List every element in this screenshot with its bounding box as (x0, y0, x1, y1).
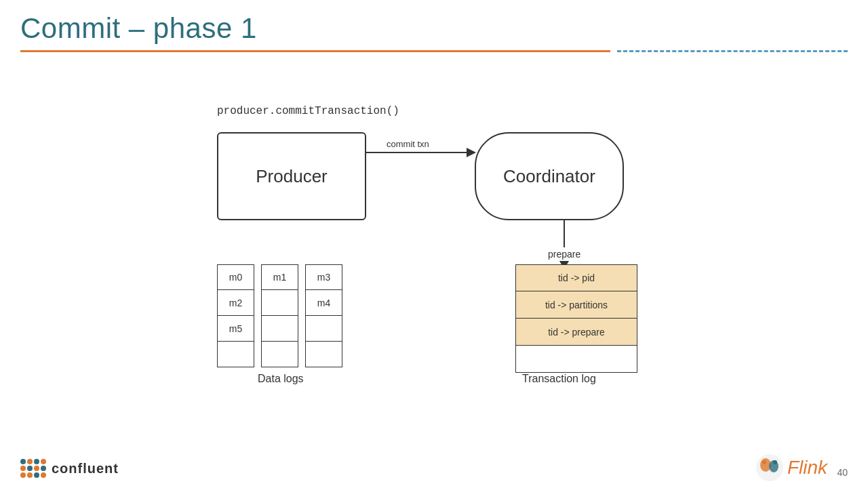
dot (20, 466, 26, 471)
log-cell: m0 (217, 264, 254, 290)
svg-text:commit txn: commit txn (387, 139, 429, 149)
log-cell (305, 342, 342, 367)
commit-label: producer.commitTransaction() (217, 105, 399, 117)
txn-cell-empty (515, 346, 637, 373)
confluent-dots-icon (20, 459, 46, 478)
producer-label: Producer (256, 166, 328, 187)
log-cell (261, 316, 298, 342)
dot (27, 459, 33, 464)
log-cell: m2 (217, 290, 254, 316)
txn-cell-partitions: tid -> partitions (515, 291, 637, 319)
svg-point-7 (773, 460, 777, 464)
txn-log-label: Transaction log (522, 373, 596, 385)
page-number: 40 (837, 467, 848, 478)
log-cell (261, 342, 298, 367)
log-column-3: m3 m4 (305, 264, 342, 367)
prepare-line-top (564, 220, 565, 247)
flink-text: Flink (787, 457, 827, 479)
log-cell: m1 (261, 264, 298, 290)
slide-title: Commit – phase 1 (20, 12, 848, 45)
dot (20, 459, 26, 464)
dot (41, 459, 46, 464)
log-cell: m3 (305, 264, 342, 290)
coordinator-box: Coordinator (475, 132, 624, 220)
title-divider (20, 50, 848, 52)
coordinator-label: Coordinator (503, 166, 595, 187)
dot (27, 466, 33, 471)
svg-marker-1 (467, 148, 476, 157)
flink-icon (755, 453, 785, 483)
dot (20, 472, 26, 478)
dot (34, 472, 39, 478)
divider-dashed (617, 50, 848, 52)
title-section: Commit – phase 1 (0, 0, 868, 52)
dot (41, 466, 46, 471)
log-cell (305, 316, 342, 342)
log-column-1: m0 m2 m5 (217, 264, 254, 367)
txn-cell-prepare: tid -> prepare (515, 319, 637, 346)
log-cell (261, 290, 298, 316)
log-column-2: m1 (261, 264, 298, 367)
footer: confluent Flink 40 (0, 449, 868, 488)
svg-point-6 (762, 460, 766, 464)
diagram-area: producer.commitTransaction() Producer co… (0, 64, 868, 447)
data-logs: m0 m2 m5 m1 m3 m4 (217, 264, 342, 367)
dot (27, 472, 33, 478)
data-logs-label: Data logs (258, 373, 304, 385)
prepare-label: prepare (548, 249, 580, 260)
log-cell: m4 (305, 290, 342, 316)
dot (34, 466, 39, 471)
dot (41, 472, 46, 478)
txn-cell-pid: tid -> pid (515, 264, 637, 291)
log-cell (217, 342, 254, 367)
divider-solid (20, 50, 610, 52)
log-cell: m5 (217, 316, 254, 342)
confluent-text: confluent (52, 461, 119, 476)
dot (34, 459, 39, 464)
prepare-arrow: prepare (548, 220, 580, 269)
commit-txn-arrow: commit txn (366, 132, 481, 173)
confluent-logo: confluent (20, 459, 119, 478)
txn-log: tid -> pid tid -> partitions tid -> prep… (515, 264, 637, 373)
producer-box: Producer (217, 132, 366, 220)
flink-logo: Flink (755, 453, 827, 483)
